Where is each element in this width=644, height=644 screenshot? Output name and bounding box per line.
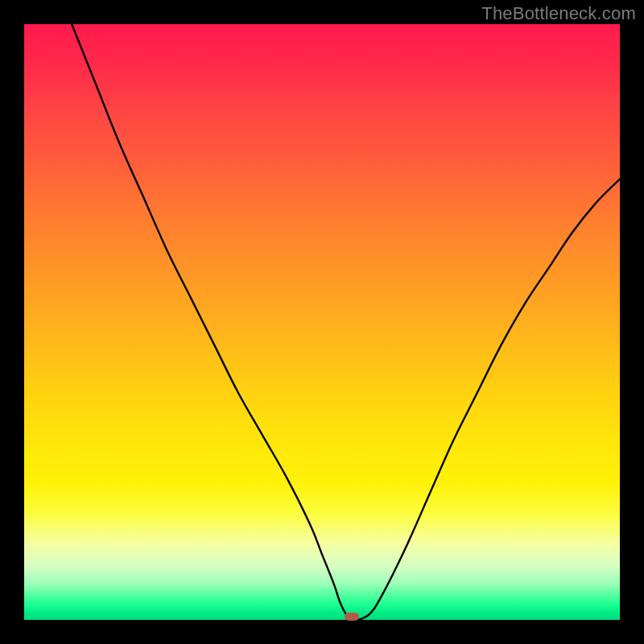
optimal-point-marker	[345, 613, 359, 621]
watermark-text: TheBottleneck.com	[481, 3, 636, 24]
curve-svg	[24, 24, 620, 620]
bottleneck-curve	[72, 24, 620, 620]
plot-area	[24, 24, 620, 620]
chart-frame: TheBottleneck.com	[0, 0, 644, 644]
